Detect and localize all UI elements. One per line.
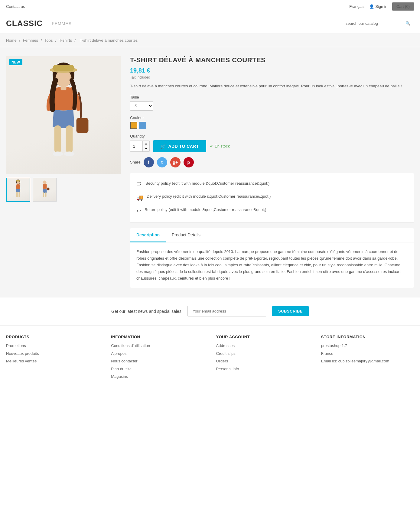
footer-best-sellers-link[interactable]: Meilleures ventes [6,358,99,364]
thumb-1[interactable] [6,178,30,202]
tax-info: Tax included [130,75,414,79]
contact-link[interactable]: Contact us [6,4,25,9]
truck-icon: 🚚 [136,194,143,201]
footer-contact-link[interactable]: Nous contacter [111,358,204,364]
product-image [6,56,121,174]
tab-description[interactable]: Description [130,228,166,242]
contact-link-wrap: Contact us [6,4,25,9]
share-label: Share [130,160,141,164]
footer-addresses-link[interactable]: Addresses [216,343,309,349]
thumb-2[interactable] [33,178,57,202]
taille-group: Taille S M L XL [130,95,414,111]
svg-rect-3 [53,65,74,71]
footer-sitemap-link[interactable]: Plan du site [111,366,204,372]
footer-new-products-link[interactable]: Nouveaux produits [6,351,99,357]
svg-rect-17 [43,184,47,189]
subscribe-button[interactable]: SUBSCRIBE [272,306,309,316]
footer-columns: PRODUCTS Promotions Nouveaux produits Me… [6,335,414,381]
taille-select[interactable]: S M L XL [130,101,153,111]
nav-femmes[interactable]: FEMMES [52,21,72,26]
footer-col-products: PRODUCTS Promotions Nouveaux produits Me… [6,335,99,381]
footer-stores-link[interactable]: Magasins [111,374,204,380]
store-country: France [321,351,414,357]
svg-rect-5 [54,125,61,153]
main-nav: FEMMES [52,21,72,26]
breadcrumb-home[interactable]: Home [6,38,17,43]
footer-products-title: PRODUCTS [6,335,99,339]
header-left: CLASSIC FEMMES [6,19,72,28]
breadcrumb-tshirts[interactable]: T-shirts [59,38,72,43]
cart-button[interactable]: Cart (0) [392,2,414,11]
checkmark-icon: ✔ [210,144,213,148]
svg-rect-15 [18,192,20,197]
svg-rect-18 [47,188,49,190]
breadcrumb-femmes[interactable]: Femmes [23,38,38,43]
newsletter-section: Get our latest news and special sales SU… [0,297,420,325]
color-swatch-orange[interactable] [130,122,137,129]
pinterest-share-button[interactable]: p [184,157,194,167]
svg-rect-19 [43,192,44,197]
qty-down-button[interactable]: ▼ [143,146,149,151]
tabs-box: Description Product Details Fashion prop… [130,228,414,288]
in-stock-text: En stock [215,144,230,148]
twitter-share-button[interactable]: t [157,157,167,167]
footer-credit-slips-link[interactable]: Credit slips [216,351,309,357]
store-version: prestashop 1.7 [321,343,414,349]
search-input[interactable] [342,19,402,28]
signin-link[interactable]: 👤 Sign in [369,4,387,9]
couleur-group: Couleur [130,115,414,129]
store-email: Email us: cubizollesmajory@gmail.com [321,358,414,364]
product-price: 19,81 € [130,67,414,74]
svg-rect-13 [16,180,20,181]
footer-orders-link[interactable]: Orders [216,358,309,364]
header: CLASSIC FEMMES 🔍 [0,13,420,34]
couleur-label: Couleur [130,115,414,120]
svg-point-16 [43,180,46,184]
footer-col-store-info: STORE INFORMATION prestashop 1.7 France … [321,335,414,381]
footer-information-title: INFORMATION [111,335,204,339]
search-button[interactable]: 🔍 [402,19,414,28]
shield-icon: 🛡 [136,181,142,188]
newsletter-text: Get our latest news and special sales [111,309,181,314]
return-icon: ↩ [136,208,141,214]
footer-personal-info-link[interactable]: Personal info [216,366,309,372]
user-icon: 👤 [369,4,374,9]
taille-label: Taille [130,95,414,99]
language-selector[interactable]: Français [349,4,364,9]
reassurance-box: 🛡 Security policy (edit it with module &… [130,173,414,222]
reassurance-return: ↩ Return policy (edit it with module &qu… [136,204,408,217]
logo: CLASSIC [6,19,43,28]
footer-col-account: YOUR ACCOUNT Addresses Credit slips Orde… [216,335,309,381]
reassurance-security: 🛡 Security policy (edit it with module &… [136,178,408,191]
tab-product-details[interactable]: Product Details [166,228,207,242]
quantity-input[interactable] [130,141,142,151]
quantity-label: Quantity [130,134,414,138]
product-info: T-SHIRT DÉLAVÉ À MANCHES COURTES 19,81 €… [130,56,414,288]
footer-account-title: YOUR ACCOUNT [216,335,309,339]
quantity-row: Quantity ▲ ▼ 🛒 ADD TO CART ✔ En stock [130,134,414,152]
security-policy-text: Security policy (edit it with module &qu… [145,181,269,186]
color-swatch-blue[interactable] [139,122,146,129]
googleplus-share-button[interactable]: g+ [170,157,181,167]
svg-point-7 [53,151,63,156]
footer-conditions-link[interactable]: Conditions d'utilisation [111,343,204,349]
add-to-cart-button[interactable]: 🛒 ADD TO CART [153,140,206,152]
svg-rect-20 [45,192,47,197]
breadcrumb-current: T-shirt délavé à manches courtes [80,38,138,43]
cart-icon: 🛒 [161,144,166,149]
qty-up-button[interactable]: ▲ [143,141,149,146]
search-icon: 🔍 [405,21,411,26]
newsletter-email-input[interactable] [187,306,266,316]
facebook-share-button[interactable]: f [144,157,154,167]
footer-promotions-link[interactable]: Promotions [6,343,99,349]
breadcrumb-tops[interactable]: Tops [44,38,53,43]
svg-rect-9 [61,86,67,90]
tab-content-description: Fashion propose des vêtements de qualité… [130,242,414,288]
footer: PRODUCTS Promotions Nouveaux produits Me… [0,325,420,387]
footer-about-link[interactable]: A propos [111,351,204,357]
reassurance-delivery: 🚚 Delivery policy (edit it with module &… [136,191,408,204]
product-title: T-SHIRT DÉLAVÉ À MANCHES COURTES [130,56,414,64]
main-image-wrap: NEW [6,56,121,174]
footer-store-title: STORE INFORMATION [321,335,414,339]
share-row: Share f t g+ p [130,157,414,167]
